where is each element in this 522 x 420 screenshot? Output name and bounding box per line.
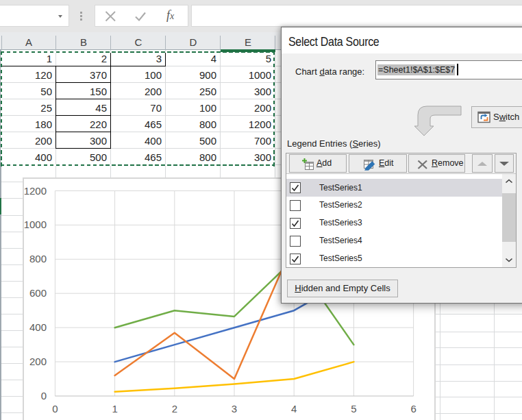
svg-text:200: 200 [29,356,47,367]
svg-text:4: 4 [291,403,297,415]
svg-text:1200: 1200 [24,185,47,197]
svg-text:1000: 1000 [24,219,47,230]
svg-text:6: 6 [410,403,416,415]
svg-text:0: 0 [41,390,47,402]
svg-text:5: 5 [351,403,356,415]
svg-text:600: 600 [29,287,47,299]
svg-text:3: 3 [232,403,237,415]
svg-text:1: 1 [112,403,117,415]
svg-text:0: 0 [52,403,58,415]
svg-text:400: 400 [29,321,47,333]
svg-text:800: 800 [29,253,47,264]
svg-text:2: 2 [172,403,177,415]
